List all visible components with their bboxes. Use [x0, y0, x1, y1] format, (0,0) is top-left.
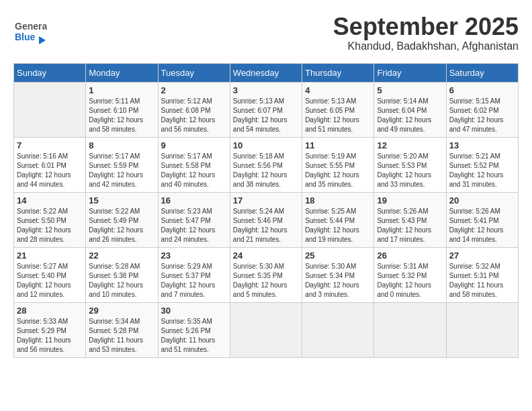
- calendar-day-cell: 3Sunrise: 5:13 AM Sunset: 6:07 PM Daylig…: [230, 82, 302, 137]
- day-number: 30: [161, 306, 227, 316]
- day-number: 12: [377, 140, 443, 150]
- calendar-week-row: 14Sunrise: 5:22 AM Sunset: 5:50 PM Dayli…: [14, 192, 519, 247]
- calendar-day-cell: 2Sunrise: 5:12 AM Sunset: 6:08 PM Daylig…: [158, 82, 230, 137]
- weekday-header-row: SundayMondayTuesdayWednesdayThursdayFrid…: [14, 63, 519, 82]
- calendar-day-cell: 6Sunrise: 5:15 AM Sunset: 6:02 PM Daylig…: [446, 82, 518, 137]
- day-number: 16: [161, 195, 227, 205]
- calendar-week-row: 7Sunrise: 5:16 AM Sunset: 6:01 PM Daylig…: [14, 137, 519, 192]
- day-number: 4: [305, 85, 371, 95]
- day-info: Sunrise: 5:28 AM Sunset: 5:38 PM Dayligh…: [89, 262, 154, 300]
- day-number: 20: [449, 195, 515, 205]
- calendar-day-cell: 17Sunrise: 5:24 AM Sunset: 5:46 PM Dayli…: [230, 192, 302, 247]
- day-number: 26: [377, 250, 443, 261]
- day-number: 18: [305, 195, 371, 205]
- calendar-day-cell: 10Sunrise: 5:18 AM Sunset: 5:56 PM Dayli…: [230, 137, 302, 192]
- day-info: Sunrise: 5:16 AM Sunset: 6:01 PM Dayligh…: [17, 152, 83, 189]
- calendar-day-cell: 20Sunrise: 5:26 AM Sunset: 5:41 PM Dayli…: [446, 192, 518, 247]
- calendar-day-cell: 19Sunrise: 5:26 AM Sunset: 5:43 PM Dayli…: [374, 192, 446, 247]
- day-info: Sunrise: 5:17 AM Sunset: 5:59 PM Dayligh…: [89, 152, 154, 189]
- day-info: Sunrise: 5:12 AM Sunset: 6:08 PM Dayligh…: [161, 97, 227, 134]
- calendar-day-cell: 15Sunrise: 5:22 AM Sunset: 5:49 PM Dayli…: [86, 192, 158, 247]
- day-number: 1: [89, 85, 154, 95]
- day-info: Sunrise: 5:33 AM Sunset: 5:29 PM Dayligh…: [17, 317, 83, 355]
- calendar-day-cell: 9Sunrise: 5:17 AM Sunset: 5:58 PM Daylig…: [158, 137, 230, 192]
- calendar-day-cell: 1Sunrise: 5:11 AM Sunset: 6:10 PM Daylig…: [86, 82, 158, 137]
- calendar-day-cell: 12Sunrise: 5:20 AM Sunset: 5:53 PM Dayli…: [374, 137, 446, 192]
- day-number: 5: [377, 85, 443, 95]
- calendar-day-cell: 4Sunrise: 5:13 AM Sunset: 6:05 PM Daylig…: [302, 82, 374, 137]
- calendar-body: 1Sunrise: 5:11 AM Sunset: 6:10 PM Daylig…: [14, 82, 519, 357]
- day-number: 23: [161, 250, 227, 261]
- calendar-day-cell: 8Sunrise: 5:17 AM Sunset: 5:59 PM Daylig…: [86, 137, 158, 192]
- day-number: 10: [233, 140, 299, 150]
- page-header: General Blue September 2025 Khandud, Bad…: [13, 13, 519, 52]
- calendar-day-cell: 25Sunrise: 5:30 AM Sunset: 5:34 PM Dayli…: [302, 247, 374, 302]
- day-number: 21: [17, 250, 83, 261]
- day-number: 25: [305, 250, 371, 261]
- day-info: Sunrise: 5:18 AM Sunset: 5:56 PM Dayligh…: [233, 152, 299, 189]
- calendar-week-row: 28Sunrise: 5:33 AM Sunset: 5:29 PM Dayli…: [14, 302, 519, 357]
- logo: General Blue: [13, 13, 50, 47]
- calendar-day-cell: 26Sunrise: 5:31 AM Sunset: 5:32 PM Dayli…: [374, 247, 446, 302]
- day-number: 11: [305, 140, 371, 150]
- calendar-day-cell: 18Sunrise: 5:25 AM Sunset: 5:44 PM Dayli…: [302, 192, 374, 247]
- calendar-day-cell: 23Sunrise: 5:29 AM Sunset: 5:37 PM Dayli…: [158, 247, 230, 302]
- day-number: 13: [449, 140, 515, 150]
- day-info: Sunrise: 5:31 AM Sunset: 5:32 PM Dayligh…: [377, 262, 443, 300]
- day-info: Sunrise: 5:19 AM Sunset: 5:55 PM Dayligh…: [305, 152, 371, 189]
- weekday-header-cell: Thursday: [302, 63, 374, 82]
- day-info: Sunrise: 5:22 AM Sunset: 5:50 PM Dayligh…: [17, 207, 83, 244]
- calendar-day-cell: [374, 302, 446, 357]
- location-title: Khandud, Badakhshan, Afghanistan: [333, 40, 519, 52]
- day-number: 15: [89, 195, 154, 205]
- calendar-table: SundayMondayTuesdayWednesdayThursdayFrid…: [13, 63, 519, 358]
- day-number: 2: [161, 85, 227, 95]
- svg-text:General: General: [15, 21, 47, 32]
- title-area: September 2025 Khandud, Badakhshan, Afgh…: [333, 13, 519, 52]
- day-info: Sunrise: 5:24 AM Sunset: 5:46 PM Dayligh…: [233, 207, 299, 244]
- day-number: 28: [17, 306, 83, 316]
- day-info: Sunrise: 5:32 AM Sunset: 5:31 PM Dayligh…: [449, 262, 515, 300]
- calendar-day-cell: 28Sunrise: 5:33 AM Sunset: 5:29 PM Dayli…: [14, 302, 86, 357]
- day-number: 9: [161, 140, 227, 150]
- weekday-header-cell: Tuesday: [158, 63, 230, 82]
- calendar-day-cell: 29Sunrise: 5:34 AM Sunset: 5:28 PM Dayli…: [86, 302, 158, 357]
- day-number: 7: [17, 140, 83, 150]
- day-number: 8: [89, 140, 154, 150]
- weekday-header-cell: Monday: [86, 63, 158, 82]
- weekday-header-cell: Wednesday: [230, 63, 302, 82]
- svg-text:Blue: Blue: [15, 32, 36, 42]
- day-number: 24: [233, 250, 299, 261]
- day-info: Sunrise: 5:20 AM Sunset: 5:53 PM Dayligh…: [377, 152, 443, 189]
- day-info: Sunrise: 5:13 AM Sunset: 6:05 PM Dayligh…: [305, 97, 371, 134]
- calendar-day-cell: 7Sunrise: 5:16 AM Sunset: 6:01 PM Daylig…: [14, 137, 86, 192]
- day-info: Sunrise: 5:25 AM Sunset: 5:44 PM Dayligh…: [305, 207, 371, 244]
- weekday-header-cell: Saturday: [446, 63, 518, 82]
- calendar-day-cell: [446, 302, 518, 357]
- day-info: Sunrise: 5:13 AM Sunset: 6:07 PM Dayligh…: [233, 97, 299, 134]
- day-info: Sunrise: 5:30 AM Sunset: 5:34 PM Dayligh…: [305, 262, 371, 300]
- day-info: Sunrise: 5:29 AM Sunset: 5:37 PM Dayligh…: [161, 262, 227, 300]
- day-info: Sunrise: 5:17 AM Sunset: 5:58 PM Dayligh…: [161, 152, 227, 189]
- calendar-day-cell: 11Sunrise: 5:19 AM Sunset: 5:55 PM Dayli…: [302, 137, 374, 192]
- day-info: Sunrise: 5:22 AM Sunset: 5:49 PM Dayligh…: [89, 207, 154, 244]
- weekday-header-cell: Friday: [374, 63, 446, 82]
- day-number: 22: [89, 250, 154, 261]
- day-info: Sunrise: 5:11 AM Sunset: 6:10 PM Dayligh…: [89, 97, 154, 134]
- day-number: 17: [233, 195, 299, 205]
- day-number: 3: [233, 85, 299, 95]
- weekday-header-cell: Sunday: [14, 63, 86, 82]
- calendar-week-row: 1Sunrise: 5:11 AM Sunset: 6:10 PM Daylig…: [14, 82, 519, 137]
- calendar-day-cell: 24Sunrise: 5:30 AM Sunset: 5:35 PM Dayli…: [230, 247, 302, 302]
- calendar-day-cell: 14Sunrise: 5:22 AM Sunset: 5:50 PM Dayli…: [14, 192, 86, 247]
- day-number: 19: [377, 195, 443, 205]
- day-info: Sunrise: 5:35 AM Sunset: 5:26 PM Dayligh…: [161, 317, 227, 355]
- day-number: 6: [449, 85, 515, 95]
- day-info: Sunrise: 5:21 AM Sunset: 5:52 PM Dayligh…: [449, 152, 515, 189]
- calendar-day-cell: 22Sunrise: 5:28 AM Sunset: 5:38 PM Dayli…: [86, 247, 158, 302]
- calendar-day-cell: [14, 82, 86, 137]
- calendar-day-cell: [302, 302, 374, 357]
- day-info: Sunrise: 5:26 AM Sunset: 5:43 PM Dayligh…: [377, 207, 443, 244]
- day-info: Sunrise: 5:26 AM Sunset: 5:41 PM Dayligh…: [449, 207, 515, 244]
- calendar-day-cell: 5Sunrise: 5:14 AM Sunset: 6:04 PM Daylig…: [374, 82, 446, 137]
